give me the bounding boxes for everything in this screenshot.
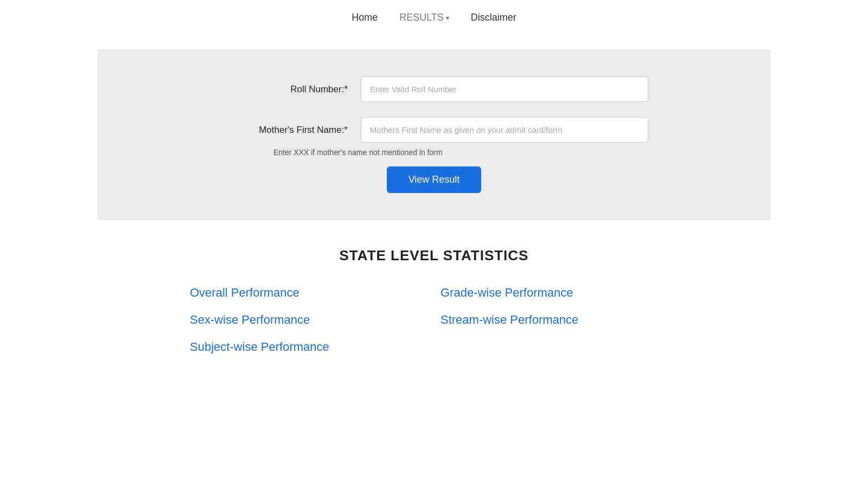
stats-links-grid: Overall Performance Sex-wise Performance… [190, 286, 678, 354]
nav-results[interactable]: RESULTS ▾ [399, 12, 449, 23]
overall-performance-link[interactable]: Overall Performance [190, 286, 427, 300]
mothers-name-label: Mother's First Name:* [220, 125, 361, 136]
navigation: Home RESULTS ▾ Disclaimer [0, 0, 868, 33]
stats-title: STATE LEVEL STATISTICS [98, 247, 770, 264]
chevron-down-icon: ▾ [446, 14, 449, 22]
stream-wise-performance-link[interactable]: Stream-wise Performance [441, 313, 678, 327]
sex-wise-performance-link[interactable]: Sex-wise Performance [190, 313, 427, 327]
subject-wise-performance-link[interactable]: Subject-wise Performance [190, 340, 427, 354]
result-form-container: Roll Number:* Mother's First Name:* Ente… [98, 49, 770, 220]
mothers-name-hint: Enter XXX if mother's name not mentioned… [273, 148, 749, 157]
stats-right-column: Grade-wise Performance Stream-wise Perfo… [441, 286, 678, 354]
mothers-name-row: Mother's First Name:* [119, 117, 749, 143]
nav-disclaimer[interactable]: Disclaimer [471, 12, 516, 23]
statistics-section: STATE LEVEL STATISTICS Overall Performan… [0, 247, 868, 354]
roll-number-label: Roll Number:* [220, 84, 361, 95]
roll-number-input[interactable] [361, 76, 648, 102]
grade-wise-performance-link[interactable]: Grade-wise Performance [441, 286, 678, 300]
submit-row: View Result [119, 166, 749, 193]
mothers-name-input[interactable] [361, 117, 648, 143]
roll-number-row: Roll Number:* [119, 76, 749, 102]
stats-left-column: Overall Performance Sex-wise Performance… [190, 286, 427, 354]
nav-home[interactable]: Home [352, 12, 378, 23]
view-result-button[interactable]: View Result [387, 166, 482, 193]
